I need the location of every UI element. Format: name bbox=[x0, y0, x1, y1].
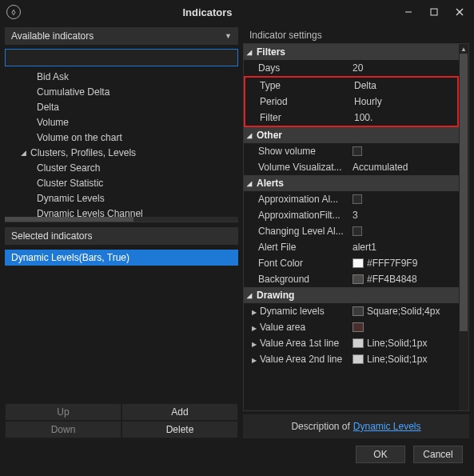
property-key: Value Area 2nd line bbox=[260, 354, 342, 365]
available-indicators-header[interactable]: Available indicators ▼ bbox=[5, 27, 238, 45]
scrollbar-thumb[interactable] bbox=[460, 54, 468, 331]
checkbox[interactable] bbox=[353, 194, 362, 204]
property-row[interactable]: Font Color#FFF7F9F9 bbox=[244, 255, 459, 271]
property-row[interactable]: Background#FF4B4848 bbox=[244, 271, 459, 287]
selected-indicators-list[interactable]: Dynamic Levels(Bars, True) bbox=[5, 250, 238, 400]
tree-item[interactable]: Dynamic Levels bbox=[5, 190, 238, 206]
tree-item[interactable]: ◢Clusters, Profiles, Levels bbox=[5, 145, 238, 160]
minimize-button[interactable] bbox=[397, 4, 420, 20]
property-row[interactable]: Volume Visualizat...Accumulated bbox=[244, 159, 459, 175]
vertical-scrollbar[interactable]: ▲ ▼ bbox=[459, 44, 468, 410]
tree-item[interactable]: Volume on the chart bbox=[5, 130, 238, 145]
category-header[interactable]: ◢Filters bbox=[244, 44, 459, 60]
checkbox[interactable] bbox=[353, 146, 362, 156]
property-row[interactable]: Filter100. bbox=[245, 110, 457, 126]
property-value[interactable]: Square;Solid;4px bbox=[348, 306, 459, 317]
property-key: Alert File bbox=[258, 242, 296, 253]
scrollbar-thumb[interactable] bbox=[5, 217, 133, 222]
property-row[interactable]: Approximation Al... bbox=[244, 191, 459, 207]
tree-item[interactable]: Cluster Statistic bbox=[5, 175, 238, 190]
ok-button[interactable]: OK bbox=[356, 446, 405, 463]
property-value-text: Hourly bbox=[354, 96, 382, 107]
selected-indicator-item[interactable]: Dynamic Levels(Bars, True) bbox=[5, 250, 238, 266]
category-header[interactable]: ◢Alerts bbox=[244, 175, 459, 191]
indicator-tree[interactable]: Bid AskCumulative DeltaDeltaVolumeVolume… bbox=[5, 69, 238, 222]
property-row[interactable]: ApproximationFilt...3 bbox=[244, 207, 459, 223]
property-row[interactable]: PeriodHourly bbox=[245, 94, 457, 110]
property-row[interactable]: TypeDelta bbox=[245, 78, 457, 94]
expand-icon[interactable]: ▶ bbox=[252, 357, 260, 364]
tree-item[interactable]: Bid Ask bbox=[5, 69, 238, 84]
property-value[interactable]: Line;Solid;1px bbox=[348, 338, 459, 349]
property-row[interactable]: Alert Filealert1 bbox=[244, 239, 459, 255]
expander-icon[interactable]: ◢ bbox=[21, 149, 29, 157]
close-button[interactable] bbox=[448, 4, 471, 20]
color-swatch[interactable] bbox=[353, 274, 364, 284]
property-value[interactable]: 20 bbox=[348, 62, 459, 74]
property-value[interactable]: #FF4B4848 bbox=[348, 274, 459, 285]
up-button[interactable]: Up bbox=[5, 403, 121, 421]
property-value[interactable]: 3 bbox=[348, 210, 459, 221]
tree-item[interactable]: Volume bbox=[5, 114, 238, 130]
property-row[interactable]: Changing Level Al... bbox=[244, 223, 459, 239]
available-indicators-label: Available indicators bbox=[11, 30, 94, 42]
property-value[interactable]: Accumulated bbox=[348, 162, 459, 173]
description-prefix: Description of bbox=[291, 421, 349, 432]
maximize-button[interactable] bbox=[423, 4, 445, 20]
tree-item-label: Cluster Search bbox=[37, 162, 100, 174]
color-swatch[interactable] bbox=[353, 258, 364, 268]
property-value-text: 3 bbox=[353, 210, 358, 221]
selected-indicators-header: Selected indicators bbox=[5, 227, 238, 245]
dialog-footer: OK Cancel bbox=[0, 438, 474, 470]
color-swatch[interactable] bbox=[353, 354, 364, 364]
property-row[interactable]: ▶Value area bbox=[244, 319, 459, 335]
property-value[interactable]: #FFF7F9F9 bbox=[348, 258, 459, 269]
property-value[interactable]: Hourly bbox=[349, 96, 457, 107]
tree-item-label: Delta bbox=[37, 102, 59, 113]
property-value-text: Accumulated bbox=[353, 162, 408, 173]
add-button[interactable]: Add bbox=[121, 403, 238, 421]
expand-icon[interactable]: ▶ bbox=[252, 341, 260, 348]
property-row[interactable]: ▶Value Area 2nd lineLine;Solid;1px bbox=[244, 351, 459, 367]
color-swatch[interactable] bbox=[353, 338, 364, 348]
search-input[interactable] bbox=[5, 49, 238, 66]
category-header[interactable]: ◢Drawing bbox=[244, 287, 459, 303]
property-row[interactable]: ▶Value Area 1st lineLine;Solid;1px bbox=[244, 335, 459, 351]
color-swatch[interactable] bbox=[353, 322, 364, 332]
tree-item[interactable]: Cumulative Delta bbox=[5, 84, 238, 99]
collapse-icon: ◢ bbox=[247, 49, 257, 56]
category-header[interactable]: ◢Other bbox=[244, 127, 459, 143]
horizontal-scrollbar[interactable] bbox=[5, 217, 238, 222]
scroll-up-icon[interactable]: ▲ bbox=[459, 44, 468, 54]
property-key: Dynamic levels bbox=[260, 306, 325, 317]
property-value[interactable]: Delta bbox=[349, 80, 457, 91]
property-value-text: Line;Solid;1px bbox=[367, 354, 427, 365]
left-panel: Available indicators ▼ Bid AskCumulative… bbox=[5, 27, 238, 438]
property-value[interactable] bbox=[348, 194, 459, 204]
app-logo-icon: ◊ bbox=[6, 5, 21, 19]
property-value[interactable] bbox=[348, 146, 459, 156]
color-swatch[interactable] bbox=[353, 306, 364, 316]
expand-icon[interactable]: ▶ bbox=[252, 325, 260, 332]
property-value[interactable] bbox=[348, 226, 459, 236]
property-key: ApproximationFilt... bbox=[258, 210, 341, 221]
property-row[interactable]: Show volume bbox=[244, 143, 459, 159]
description-link[interactable]: Dynamic Levels bbox=[353, 421, 421, 432]
property-value[interactable] bbox=[348, 322, 459, 332]
selected-indicators-label: Selected indicators bbox=[11, 230, 92, 242]
property-value[interactable]: alert1 bbox=[348, 242, 459, 253]
tree-item-label: Bid Ask bbox=[37, 71, 69, 82]
tree-item[interactable]: Delta bbox=[5, 99, 238, 114]
tree-item[interactable]: Cluster Search bbox=[5, 160, 238, 175]
property-row[interactable]: ▶Dynamic levelsSquare;Solid;4px bbox=[244, 303, 459, 319]
category-title: Other bbox=[257, 130, 282, 141]
delete-button[interactable]: Delete bbox=[121, 421, 238, 438]
down-button[interactable]: Down bbox=[5, 421, 121, 438]
property-key: Show volume bbox=[258, 146, 316, 157]
property-value[interactable]: Line;Solid;1px bbox=[348, 354, 459, 365]
expand-icon[interactable]: ▶ bbox=[252, 309, 260, 316]
property-row[interactable]: Days20 bbox=[244, 60, 459, 76]
property-value[interactable]: 100. bbox=[349, 112, 457, 123]
checkbox[interactable] bbox=[353, 226, 362, 236]
cancel-button[interactable]: Cancel bbox=[413, 446, 463, 463]
